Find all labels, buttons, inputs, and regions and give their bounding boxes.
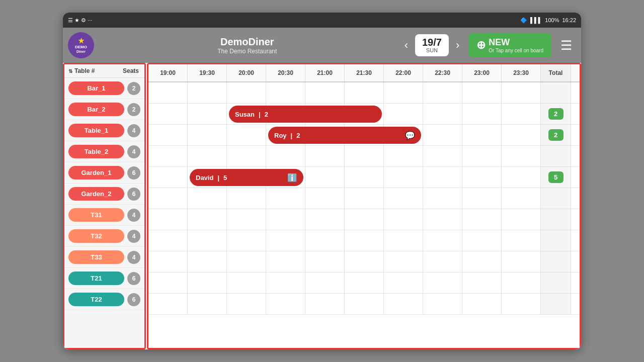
cell[interactable]: [188, 294, 227, 314]
table-badge-table2[interactable]: Table_2: [68, 145, 124, 158]
cell[interactable]: [384, 251, 423, 272]
reservation-roy[interactable]: Roy | 2 💬: [268, 127, 421, 144]
cell[interactable]: [148, 104, 188, 124]
reservation-susan[interactable]: Susan | 2: [229, 106, 382, 123]
cell[interactable]: [423, 230, 462, 251]
grid-row-t32[interactable]: [148, 230, 580, 251]
cell[interactable]: [502, 125, 541, 145]
cell[interactable]: [188, 104, 227, 124]
grid-row-table2[interactable]: [148, 146, 580, 167]
cell[interactable]: [384, 146, 423, 166]
cell[interactable]: [266, 273, 305, 293]
cell[interactable]: [345, 294, 384, 314]
cell[interactable]: [305, 294, 345, 314]
next-date-button[interactable]: ›: [452, 37, 463, 54]
table-badge-t31[interactable]: T31: [68, 208, 124, 222]
cell[interactable]: [502, 251, 541, 272]
cell[interactable]: [188, 188, 227, 209]
cell[interactable]: [148, 294, 188, 314]
table-badge-garden2[interactable]: Garden_2: [68, 187, 124, 201]
cell[interactable]: [423, 188, 462, 209]
cell[interactable]: [384, 104, 423, 124]
menu-button[interactable]: ☰: [556, 36, 576, 55]
cell[interactable]: [423, 294, 462, 314]
cell[interactable]: [305, 82, 345, 103]
cell[interactable]: [266, 209, 305, 230]
cell[interactable]: [148, 230, 188, 251]
cell[interactable]: [384, 188, 423, 209]
cell[interactable]: [188, 273, 227, 293]
cell[interactable]: [462, 82, 502, 103]
table-badge-t21[interactable]: T21: [68, 272, 124, 285]
cell[interactable]: [384, 273, 423, 293]
grid-row-t22[interactable]: [148, 294, 580, 315]
cell[interactable]: [462, 188, 502, 209]
cell[interactable]: [345, 167, 384, 188]
cell[interactable]: [502, 146, 541, 166]
cell[interactable]: [502, 273, 541, 293]
cell[interactable]: [227, 188, 266, 209]
cell[interactable]: [423, 146, 462, 166]
cell[interactable]: [227, 125, 266, 145]
cell[interactable]: [188, 146, 227, 166]
grid-row-t21[interactable]: [148, 273, 580, 294]
grid-row-bar2[interactable]: 2 Susan | 2: [148, 104, 580, 125]
cell[interactable]: [266, 294, 305, 314]
cell[interactable]: [188, 82, 227, 103]
grid-row-t33[interactable]: [148, 251, 580, 273]
cell[interactable]: [384, 230, 423, 251]
cell[interactable]: [423, 82, 462, 103]
cell[interactable]: [305, 146, 345, 166]
cell[interactable]: [502, 294, 541, 314]
cell[interactable]: [148, 82, 188, 103]
cell[interactable]: [188, 209, 227, 230]
cell[interactable]: [384, 82, 423, 103]
cell[interactable]: [502, 104, 541, 124]
cell[interactable]: [305, 273, 345, 293]
cell[interactable]: [502, 209, 541, 230]
cell[interactable]: [227, 251, 266, 272]
table-badge-bar2[interactable]: Bar_2: [68, 103, 124, 116]
cell[interactable]: [266, 82, 305, 103]
cell[interactable]: [148, 209, 188, 230]
cell[interactable]: [227, 273, 266, 293]
cell[interactable]: [227, 294, 266, 314]
cell[interactable]: [148, 125, 188, 145]
table-badge-t33[interactable]: T33: [68, 250, 124, 264]
cell[interactable]: [462, 251, 502, 272]
schedule-grid[interactable]: 19:00 19:30 20:00 20:30 21:00 21:30 22:0…: [147, 63, 581, 349]
cell[interactable]: [384, 167, 423, 188]
cell[interactable]: [423, 251, 462, 272]
cell[interactable]: [423, 167, 462, 188]
cell[interactable]: [266, 146, 305, 166]
cell[interactable]: [305, 230, 345, 251]
cell[interactable]: [502, 82, 541, 103]
cell[interactable]: [148, 146, 188, 166]
grid-row-t31[interactable]: [148, 209, 580, 230]
cell[interactable]: [188, 251, 227, 272]
prev-date-button[interactable]: ‹: [400, 37, 412, 54]
cell[interactable]: [462, 273, 502, 293]
table-badge-t22[interactable]: T22: [68, 293, 124, 306]
cell[interactable]: [266, 188, 305, 209]
new-reservation-button[interactable]: ⊕ NEW Or Tap any cell on board: [468, 33, 551, 57]
grid-row-bar1[interactable]: [148, 82, 580, 104]
cell[interactable]: [345, 82, 384, 103]
cell[interactable]: [502, 167, 541, 188]
cell[interactable]: [423, 209, 462, 230]
cell[interactable]: [384, 294, 423, 314]
cell[interactable]: [345, 146, 384, 166]
cell[interactable]: [227, 82, 266, 103]
cell[interactable]: [266, 251, 305, 272]
cell[interactable]: [305, 188, 345, 209]
cell[interactable]: [188, 230, 227, 251]
cell[interactable]: [305, 167, 345, 188]
cell[interactable]: [148, 188, 188, 209]
grid-row-table1[interactable]: 2 Roy | 2 💬: [148, 125, 580, 146]
reservation-david[interactable]: David | 5 ℹ️: [190, 169, 303, 186]
cell[interactable]: [345, 273, 384, 293]
cell[interactable]: [423, 104, 462, 124]
cell[interactable]: [227, 230, 266, 251]
cell[interactable]: [305, 209, 345, 230]
table-badge-bar1[interactable]: Bar_1: [68, 81, 124, 95]
